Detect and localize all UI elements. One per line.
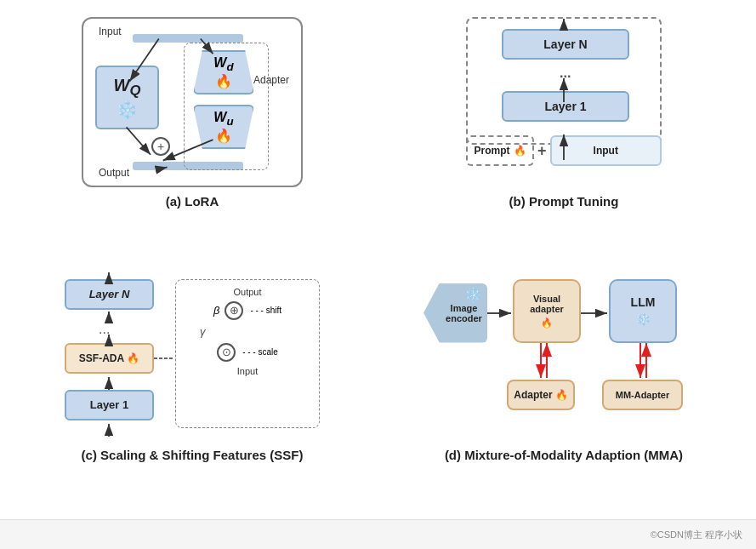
lora-wu-box: Wu 🔥 bbox=[193, 105, 254, 149]
ssf-dot-circle: ⊙ bbox=[217, 343, 236, 362]
lora-wq-box: WQ ❄️ bbox=[95, 66, 159, 129]
mma-diagram: Imageencoder ❄️ Visualadapter 🔥 LLM ❄️ A… bbox=[423, 271, 704, 441]
ssf-shift-label: - - - shift bbox=[250, 306, 281, 315]
ssf-scale-row: ⊙ - - - scale bbox=[217, 343, 278, 362]
prompt-tuning-quadrant: Layer N ... Layer 1 Prompt 🔥 + Input bbox=[380, 9, 747, 258]
ssf-ops: β ⊕ - - - shift γ ⊙ - - - scale bbox=[183, 301, 312, 362]
ssf-beta: β bbox=[213, 304, 219, 317]
lora-adapter-area: Wd 🔥 Wu 🔥 bbox=[184, 43, 269, 170]
ssf-caption: (c) Scaling & Shifting Features (SSF) bbox=[82, 448, 304, 462]
svg-line-3 bbox=[127, 127, 151, 154]
lora-caption: (a) LoRA bbox=[166, 194, 219, 209]
ssf-dots: ... bbox=[99, 322, 110, 337]
ssf-layer-1: Layer 1 bbox=[65, 390, 154, 420]
ssf-input-label: Input bbox=[183, 366, 312, 376]
ssf-ada-box: SSF-ADA 🔥 bbox=[65, 343, 154, 374]
mma-adapter: Adapter 🔥 bbox=[507, 380, 575, 410]
main-container: Input Output Adapter WQ ❄️ Wd 🔥 Wu bbox=[0, 0, 756, 519]
lora-quadrant: Input Output Adapter WQ ❄️ Wd 🔥 Wu bbox=[9, 9, 376, 258]
ssf-scale-label: - - - scale bbox=[242, 347, 278, 357]
lora-wd-box: Wd 🔥 bbox=[193, 50, 254, 94]
lora-diagram: Input Output Adapter WQ ❄️ Wd 🔥 Wu bbox=[82, 17, 303, 187]
footer-bar: ©CSDN博主 程序小状 bbox=[0, 519, 756, 549]
prompt-diagram: Layer N ... Layer 1 Prompt 🔥 + Input bbox=[449, 17, 679, 187]
mma-image-encoder: Imageencoder ❄️ bbox=[423, 283, 487, 343]
pt-bottom-row: Prompt 🔥 + Input bbox=[466, 135, 662, 166]
lora-input-bar bbox=[133, 34, 243, 43]
mma-caption: (d) Mixture-of-Modality Adaption (MMA) bbox=[445, 448, 683, 462]
ssf-plus-circle: ⊕ bbox=[225, 301, 243, 320]
pt-caption: (b) Prompt Tuning bbox=[509, 194, 619, 209]
mma-visual-adapter: Visualadapter 🔥 bbox=[513, 279, 581, 343]
pt-dots: ... bbox=[560, 66, 571, 81]
ssf-layer-n: Layer N bbox=[65, 279, 154, 310]
ssf-shift-row: β ⊕ - - - shift bbox=[213, 301, 281, 320]
ssf-output-label: Output bbox=[183, 287, 312, 297]
mma-llm: LLM ❄️ bbox=[609, 279, 677, 343]
ssf-quadrant: Layer N ... SSF-ADA 🔥 Layer 1 Output β ⊕… bbox=[9, 262, 376, 512]
pt-layer-1: Layer 1 bbox=[502, 91, 629, 122]
lora-input-label: Input bbox=[99, 26, 122, 37]
ssf-right-box: Output β ⊕ - - - shift γ ⊙ - - - scale bbox=[175, 279, 320, 428]
mma-mm-adapter: MM-Adapter bbox=[602, 380, 683, 410]
pt-outer-box: Layer N ... Layer 1 bbox=[466, 17, 662, 145]
lora-output-label: Output bbox=[99, 167, 129, 179]
pt-layer-n: Layer N bbox=[502, 29, 629, 60]
pt-prompt-box: Prompt 🔥 bbox=[466, 135, 534, 166]
pt-plus-sign: + bbox=[537, 142, 547, 160]
footer-credit: ©CSDN博主 程序小状 bbox=[651, 529, 742, 541]
mma-quadrant: Imageencoder ❄️ Visualadapter 🔥 LLM ❄️ A… bbox=[380, 262, 747, 512]
ssf-gamma: γ bbox=[200, 325, 206, 338]
ssf-diagram: Layer N ... SSF-ADA 🔥 Layer 1 Output β ⊕… bbox=[65, 271, 320, 441]
lora-plus-circle: + bbox=[151, 137, 170, 156]
pt-input-box: Input bbox=[550, 135, 662, 166]
